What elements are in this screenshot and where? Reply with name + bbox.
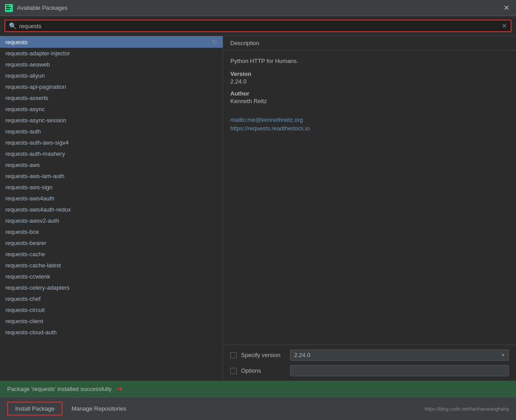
list-item[interactable]: requests-auth-aws-sigv4 (0, 137, 223, 148)
list-item[interactable]: requests-aws4auth (0, 193, 223, 204)
specify-version-row: Specify version 2.24.02.23.02.22.02.21.0… (230, 349, 509, 361)
manage-repositories-button[interactable]: Manage Repositories (67, 403, 131, 415)
list-item[interactable]: requests-chef (0, 293, 223, 304)
arrow-icon: ➜ (116, 384, 123, 394)
specify-version-label: Specify version (241, 352, 286, 358)
list-item[interactable]: requests-aws-sign (0, 182, 223, 193)
description-body: Python HTTP for Humans. Version 2.24.0 A… (223, 50, 516, 345)
install-package-button[interactable]: Install Package (7, 402, 62, 416)
options-checkbox[interactable] (230, 368, 237, 374)
status-text: Package 'requests' installed successfull… (7, 386, 112, 392)
options-label: Options (241, 367, 286, 374)
bottom-url: https://blog.csdn.net/hanhanwanghaha (424, 406, 509, 412)
list-item[interactable]: requests-auth (0, 126, 223, 137)
list-item[interactable]: requests-cloud-auth (0, 327, 223, 338)
version-value: 2.24.0 (230, 78, 509, 85)
package-list: requests↻requests-adapter-injectorreques… (0, 36, 223, 381)
author-value: Kenneth Reitz (230, 98, 509, 104)
package-list-section: requests↻requests-adapter-injectorreques… (0, 36, 223, 381)
list-item[interactable]: requests↻ (0, 36, 223, 48)
search-bar: 🔍 ✕ (0, 16, 516, 36)
pycharm-icon (4, 4, 13, 12)
options-section: Specify version 2.24.02.23.02.22.02.21.0… (223, 345, 516, 381)
list-item[interactable]: requests-adapter-injector (0, 48, 223, 59)
version-select-wrapper: 2.24.02.23.02.22.02.21.02.20.0 ▼ (290, 349, 509, 361)
list-item[interactable]: requests-asserts (0, 92, 223, 104)
specify-version-checkbox[interactable] (230, 352, 237, 358)
search-clear-icon[interactable]: ✕ (502, 22, 507, 29)
list-item[interactable]: requests-bce (0, 226, 223, 237)
description-header-label: Description (230, 40, 259, 46)
description-header: Description (223, 36, 516, 50)
list-item[interactable]: requests-bearer (0, 237, 223, 249)
search-input[interactable] (19, 23, 499, 29)
description-section: Description Python HTTP for Humans. Vers… (223, 36, 516, 381)
main-content: requests↻requests-adapter-injectorreques… (0, 36, 516, 381)
email-link[interactable]: mailto:me@kennethreitz.org (230, 116, 509, 123)
list-item[interactable]: requests-aws (0, 159, 223, 170)
list-item[interactable]: requests-awsv2-auth (0, 215, 223, 226)
list-item[interactable]: requests-ccwienk (0, 271, 223, 282)
version-label: Version (230, 71, 509, 77)
list-item[interactable]: requests-async (0, 104, 223, 115)
list-item[interactable]: requests-auth-mashery (0, 148, 223, 159)
search-icon: 🔍 (9, 22, 17, 29)
options-row: Options (230, 365, 509, 376)
svg-rect-2 (6, 7, 11, 8)
titlebar-title: Available Packages (17, 4, 67, 11)
docs-link[interactable]: https://requests.readthedocs.io (230, 125, 509, 132)
svg-rect-3 (6, 9, 10, 10)
list-item[interactable]: requests-circuit (0, 304, 223, 316)
options-input[interactable] (290, 365, 509, 376)
list-item[interactable]: requests-aws4auth-redux (0, 204, 223, 215)
version-select[interactable]: 2.24.02.23.02.22.02.21.02.20.0 (290, 349, 509, 361)
titlebar: Available Packages ✕ (0, 0, 516, 16)
author-label: Author (230, 90, 509, 97)
list-item[interactable]: requests-aeaweb (0, 59, 223, 70)
description-text: Python HTTP for Humans. (230, 58, 509, 64)
titlebar-left: Available Packages (4, 4, 67, 12)
svg-rect-1 (6, 5, 9, 6)
list-item[interactable]: requests-client (0, 316, 223, 327)
status-bar: Package 'requests' installed successfull… (0, 381, 516, 397)
list-item[interactable]: requests-celery-adapters (0, 282, 223, 293)
list-item[interactable]: requests-async-session (0, 115, 223, 126)
search-input-wrapper: 🔍 ✕ (4, 20, 512, 32)
close-button[interactable]: ✕ (501, 3, 512, 13)
refresh-icon: ↻ (212, 38, 217, 46)
list-item[interactable]: requests-cache (0, 249, 223, 260)
list-item[interactable]: requests-aws-iam-auth (0, 170, 223, 182)
bottom-buttons: Install Package Manage Repositories (7, 402, 131, 416)
list-item[interactable]: requests-cache-latest (0, 260, 223, 271)
list-item[interactable]: requests-api-pagination (0, 81, 223, 92)
bottom-bar: Install Package Manage Repositories http… (0, 397, 516, 420)
list-item[interactable]: requests-aliyun (0, 70, 223, 81)
